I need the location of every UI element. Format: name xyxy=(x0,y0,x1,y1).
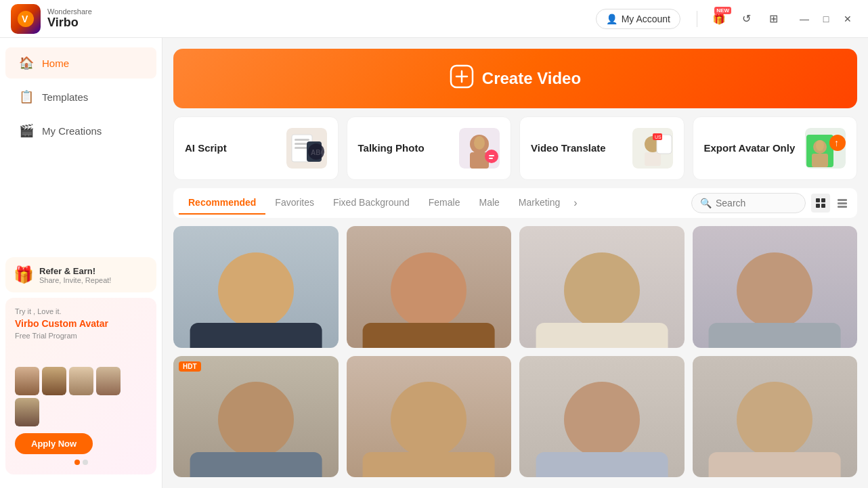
sidebar: 🏠 Home 📋 Templates 🎬 My Creations 🎁 Refe… xyxy=(0,38,162,488)
refer-card-content: Refer & Earn! Share, Invite, Repeat! xyxy=(39,266,111,284)
sidebar-bottom: 🎁 Refer & Earn! Share, Invite, Repeat! T… xyxy=(0,252,162,480)
avatar-img-2 xyxy=(347,226,512,348)
custom-avatar-title: Virbo Custom Avatar xyxy=(15,318,147,329)
avatar-thumb-5 xyxy=(15,398,39,426)
sidebar-home-label: Home xyxy=(42,58,69,69)
svg-rect-33 xyxy=(816,198,820,202)
svg-rect-8 xyxy=(295,143,307,145)
minimize-button[interactable]: — xyxy=(795,9,814,28)
svg-rect-35 xyxy=(816,204,820,208)
refer-icon: 🎁 xyxy=(14,265,34,284)
svg-text:↑: ↑ xyxy=(834,137,839,148)
refer-card[interactable]: 🎁 Refer & Earn! Share, Invite, Repeat! xyxy=(5,257,156,292)
list-view-button[interactable] xyxy=(833,194,852,213)
svg-point-12 xyxy=(308,143,324,160)
try-label: Try it , Love it. xyxy=(15,307,147,315)
avatar-card-4[interactable]: Harper-Promotion xyxy=(693,226,858,348)
view-toggle xyxy=(811,194,852,213)
feature-card-ai-script[interactable]: AI Script ABC xyxy=(173,116,339,180)
creations-icon: 🎬 xyxy=(19,123,34,138)
feature-cards: AI Script ABC Talking Photo xyxy=(173,116,857,180)
avatar-thumb-4 xyxy=(96,367,121,395)
maximize-button[interactable]: □ xyxy=(817,9,836,28)
avatar-card-5[interactable]: HDT xyxy=(173,356,339,478)
account-icon: 👤 xyxy=(606,14,617,24)
new-badge: NEW xyxy=(714,7,731,14)
avatar-card-1[interactable]: Brandt-Casual xyxy=(173,226,339,348)
avatar-card-7[interactable] xyxy=(519,356,685,478)
sidebar-item-templates[interactable]: 📋 Templates xyxy=(5,81,156,112)
avatar-img-3 xyxy=(519,226,685,348)
sidebar-creations-label: My Creations xyxy=(42,125,102,137)
sidebar-item-my-creations[interactable]: 🎬 My Creations xyxy=(5,115,156,146)
search-input[interactable] xyxy=(716,198,797,208)
avatar-thumbnails xyxy=(15,367,147,426)
avatar-card-3[interactable]: Ruby-Games xyxy=(519,226,685,348)
logo-brand: Wondershare xyxy=(47,7,92,16)
dot-2 xyxy=(83,460,88,465)
create-video-inner: Create Video xyxy=(450,64,581,93)
app-logo-icon: V xyxy=(11,4,41,34)
export-avatar-label: Export Avatar Only xyxy=(704,141,796,155)
avatar-img-8 xyxy=(693,356,858,478)
avatar-img-5: HDT xyxy=(173,356,339,478)
feature-card-video-translate[interactable]: Video Translate US xyxy=(519,116,685,180)
svg-rect-37 xyxy=(838,199,847,201)
tab-favorites[interactable]: Favorites xyxy=(265,192,324,215)
ai-script-label: AI Script xyxy=(185,141,227,155)
sidebar-item-home[interactable]: 🏠 Home xyxy=(5,47,156,79)
gift-icon-button[interactable]: 🎁 NEW xyxy=(708,8,730,30)
tab-recommended[interactable]: Recommended xyxy=(179,192,265,215)
refresh-icon-button[interactable]: ↺ xyxy=(735,8,757,30)
separator xyxy=(697,11,697,27)
avatar-card-2[interactable]: Elena-Professional xyxy=(347,226,512,348)
create-video-text: Create Video xyxy=(482,69,581,88)
main-layout: 🏠 Home 📋 Templates 🎬 My Creations 🎁 Refe… xyxy=(0,38,868,488)
title-actions: 👤 My Account 🎁 NEW ↺ ⊞ — □ ✕ xyxy=(596,8,857,30)
svg-rect-30 xyxy=(812,154,828,167)
avatar-card-6[interactable] xyxy=(347,356,512,478)
grid-view-button[interactable] xyxy=(811,194,830,213)
svg-text:V: V xyxy=(22,14,28,24)
create-video-banner[interactable]: Create Video xyxy=(173,49,857,108)
logo-text: Wondershare Virbo xyxy=(47,7,92,30)
grid-icon-button[interactable]: ⊞ xyxy=(762,8,784,30)
tab-female[interactable]: Female xyxy=(419,192,470,215)
talking-photo-label: Talking Photo xyxy=(358,141,425,155)
avatar-img-1 xyxy=(173,226,339,348)
my-account-button[interactable]: 👤 My Account xyxy=(596,9,680,29)
tab-male[interactable]: Male xyxy=(469,192,508,215)
custom-avatar-card: Try it , Love it. Virbo Custom Avatar Fr… xyxy=(5,298,156,474)
avatar-card-8[interactable] xyxy=(693,356,858,478)
avatar-thumb-2 xyxy=(42,367,66,395)
feature-card-talking-photo[interactable]: Talking Photo xyxy=(347,116,512,180)
search-input-wrap[interactable]: 🔍 xyxy=(691,193,806,213)
svg-rect-22 xyxy=(645,152,661,166)
content-area: Create Video AI Script ABC xyxy=(162,38,868,488)
video-translate-label: Video Translate xyxy=(531,141,606,155)
avatar-thumb-3 xyxy=(69,367,93,395)
search-icon: 🔍 xyxy=(700,198,712,208)
avatar-img-6 xyxy=(347,356,512,478)
export-avatar-img: ↑ xyxy=(805,128,846,169)
apply-now-button[interactable]: Apply Now xyxy=(15,433,93,454)
tab-marketing[interactable]: Marketing xyxy=(509,192,569,215)
close-button[interactable]: ✕ xyxy=(838,9,857,28)
svg-text:US: US xyxy=(655,135,661,139)
svg-point-29 xyxy=(816,140,824,151)
svg-rect-38 xyxy=(838,202,847,204)
avatar-img-4 xyxy=(693,226,858,348)
ai-script-img: ABC xyxy=(286,128,327,169)
more-tabs-button[interactable]: › xyxy=(569,192,581,215)
avatar-img-7 xyxy=(519,356,685,478)
my-account-label: My Account xyxy=(622,14,670,24)
avatar-grid: Brandt-Casual Elena-Professional xyxy=(162,223,868,488)
home-icon: 🏠 xyxy=(19,56,34,70)
templates-icon: 📋 xyxy=(19,89,34,104)
avatar-thumb-1 xyxy=(15,367,39,395)
title-bar: V Wondershare Virbo 👤 My Account 🎁 NEW ↺… xyxy=(0,0,868,38)
logo-area: V Wondershare Virbo xyxy=(11,4,92,34)
svg-rect-34 xyxy=(821,198,825,202)
tab-fixed-background[interactable]: Fixed Background xyxy=(324,192,419,215)
feature-card-export-avatar[interactable]: Export Avatar Only ↑ xyxy=(693,116,858,180)
